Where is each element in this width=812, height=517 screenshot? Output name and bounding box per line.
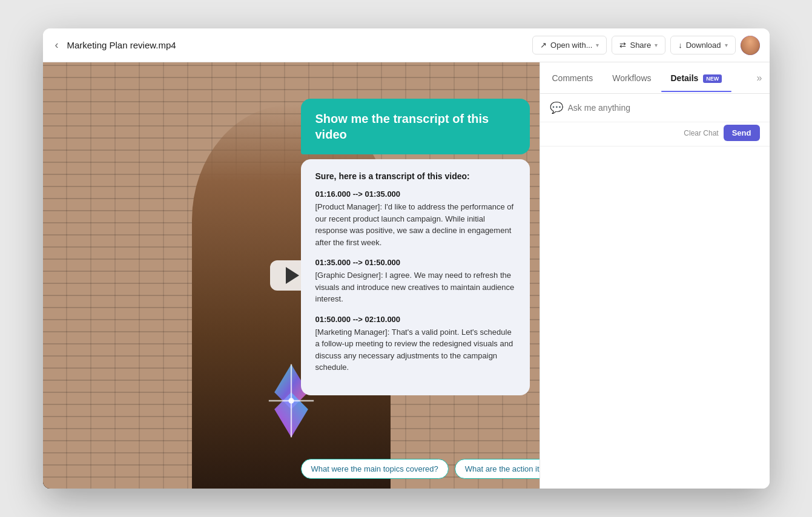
file-title: Marketing Plan review.mp4 xyxy=(67,40,176,50)
expand-panel-button[interactable]: » xyxy=(752,68,767,88)
panel-content xyxy=(540,147,770,489)
open-with-button[interactable]: ↗ Open with... ▾ xyxy=(532,36,607,54)
title-actions: ↗ Open with... ▾ ⇄ Share ▾ ↓ Download ▾ xyxy=(532,36,759,55)
transcript-text-3: [Marketing Manager]: That's a valid poin… xyxy=(315,326,515,374)
open-with-label: Open with... xyxy=(550,41,592,50)
send-button[interactable]: Send xyxy=(724,125,760,141)
avatar[interactable] xyxy=(741,36,760,55)
chevron-down-icon: ▾ xyxy=(596,42,599,48)
tab-details-label: Details xyxy=(671,73,699,83)
share-icon: ⇄ xyxy=(619,41,626,50)
chat-input[interactable] xyxy=(568,103,760,113)
download-icon: ↓ xyxy=(678,41,682,50)
chat-actions: Clear Chat Send xyxy=(540,122,770,147)
suggestion-chips: What were the main topics covered? What … xyxy=(291,459,540,479)
download-label: Download xyxy=(686,41,721,50)
transcript-entry-3: 01:50.000 --> 02:10.000 [Marketing Manag… xyxy=(315,315,515,374)
suggestion-chip-1[interactable]: What were the main topics covered? xyxy=(301,459,449,479)
ai-response-bubble: Sure, here is a transcript of this video… xyxy=(301,159,530,395)
transcript-text-1: [Product Manager]: I'd like to address t… xyxy=(315,201,515,248)
transcript-timestamp-1: 01:16.000 --> 01:35.000 xyxy=(315,189,515,199)
panel-tabs: Comments Workflows Details NEW » xyxy=(540,62,770,94)
video-area: Show me the transcript of this video Sur… xyxy=(43,62,540,489)
new-badge: NEW xyxy=(703,74,722,83)
play-icon xyxy=(286,267,299,284)
user-message-text: Show me the transcript of this video xyxy=(315,111,515,142)
right-panel: Comments Workflows Details NEW » 💬 Clear… xyxy=(540,62,770,489)
chat-icon: 💬 xyxy=(550,101,563,114)
download-button[interactable]: ↓ Download ▾ xyxy=(670,36,735,54)
tab-comments[interactable]: Comments xyxy=(543,65,603,91)
transcript-timestamp-2: 01:35.000 --> 01:50.000 xyxy=(315,258,515,267)
svg-point-4 xyxy=(288,398,294,403)
app-window: ‹ Marketing Plan review.mp4 ↗ Open with.… xyxy=(43,28,770,489)
tab-details[interactable]: Details NEW xyxy=(661,65,732,91)
tab-workflows[interactable]: Workflows xyxy=(602,65,661,91)
transcript-text-2: [Graphic Designer]: I agree. We may need… xyxy=(315,269,515,305)
transcript-timestamp-3: 01:50.000 --> 02:10.000 xyxy=(315,315,515,324)
share-label: Share xyxy=(630,41,651,50)
user-avatar-image xyxy=(741,36,760,55)
title-bar: ‹ Marketing Plan review.mp4 ↗ Open with.… xyxy=(43,28,770,62)
chevron-down-icon: ▾ xyxy=(725,42,728,48)
chevron-down-icon: ▾ xyxy=(655,42,658,48)
chat-input-area: 💬 xyxy=(540,94,770,122)
main-content: Show me the transcript of this video Sur… xyxy=(43,62,770,489)
clear-chat-button[interactable]: Clear Chat xyxy=(684,129,718,137)
transcript-entry-2: 01:35.000 --> 01:50.000 [Graphic Designe… xyxy=(315,258,515,305)
title-left: ‹ Marketing Plan review.mp4 xyxy=(53,36,176,54)
back-button[interactable]: ‹ xyxy=(53,36,61,54)
video-thumbnail: Show me the transcript of this video Sur… xyxy=(43,62,540,489)
user-message-bubble: Show me the transcript of this video xyxy=(301,99,530,154)
open-with-icon: ↗ xyxy=(540,41,547,50)
back-icon: ‹ xyxy=(55,39,59,51)
ai-response-intro: Sure, here is a transcript of this video… xyxy=(315,171,515,181)
transcript-entry-1: 01:16.000 --> 01:35.000 [Product Manager… xyxy=(315,189,515,248)
suggestion-chip-2[interactable]: What are the action items? xyxy=(455,459,540,479)
share-button[interactable]: ⇄ Share ▾ xyxy=(612,36,665,54)
